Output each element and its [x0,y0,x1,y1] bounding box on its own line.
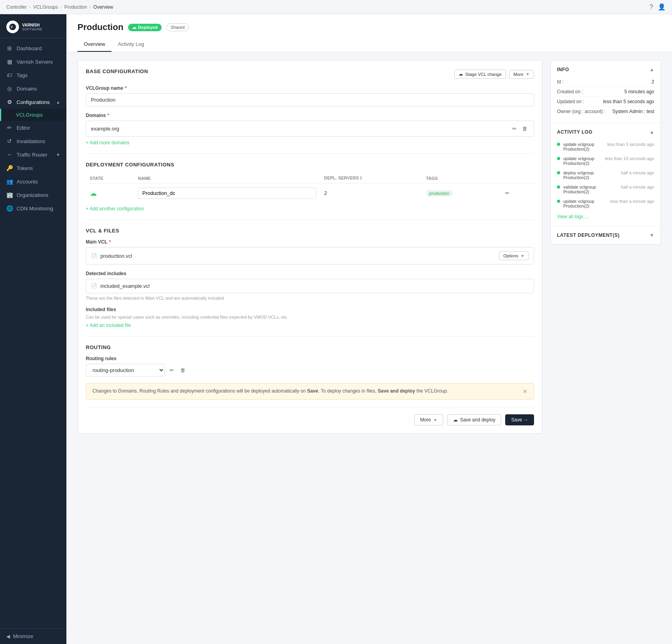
sidebar: V VARNISH SOFTWARE ⊞ Dashboard ▦ Varnish… [0,14,66,644]
sidebar-label-cdn-monitoring: CDN Monitoring [17,206,53,212]
sidebar-nav: ⊞ Dashboard ▦ Varnish Servers 🏷 Tags ◎ D… [0,38,66,628]
save-and-deploy-button[interactable]: ☁ Save and deploy [447,414,501,425]
alert-close-button[interactable]: ✕ [523,388,527,395]
sidebar-item-traffic-router[interactable]: ↔ Traffic Router ▼ [0,148,66,161]
domains-icon: ◎ [6,85,13,92]
sidebar-item-cdn-monitoring[interactable]: 🌐 CDN Monitoring [0,202,66,215]
add-included-file-link[interactable]: + Add an included file [86,323,131,328]
page-title: Production [77,22,123,32]
stage-vcl-button[interactable]: ☁ Stage VCL change [454,70,506,79]
stage-vcl-label: Stage VCL change [465,72,502,77]
depl-servers-info-icon[interactable]: ℹ [360,176,362,180]
invalidations-icon: ↺ [6,138,13,144]
deployment-config-title: DEPLOYMENT CONFIGURATIONS [86,162,534,168]
vcl-group-name-input[interactable] [86,93,534,106]
tags-icon: 🏷 [6,72,13,78]
activity-text-0: update vclgroup Production(2) [563,142,604,151]
breadcrumb-production[interactable]: Production [64,4,87,10]
sidebar-item-invalidations[interactable]: ↺ Invalidations [0,134,66,148]
domain-edit-button[interactable]: ✏ [511,124,518,133]
vcl-options-button[interactable]: Options ▼ [499,251,529,260]
sidebar-bottom: ◀ Minimize [0,628,66,644]
content-area: BASE CONFIGURATION ☁ Stage VCL change Mo… [66,52,672,442]
activity-time-4: less than a minute ago [610,199,654,204]
cloud-state-icon: ☁ [90,189,97,197]
dashboard-icon: ⊞ [6,45,13,51]
view-all-logs-link[interactable]: View all logs ... [557,214,654,219]
sidebar-label-dashboard: Dashboard [17,45,42,51]
depl-config-name [134,183,320,203]
sidebar-item-tokens[interactable]: 🔑 Tokens [0,161,66,175]
base-config-actions: ☁ Stage VCL change More ▼ [454,70,534,79]
sidebar-item-organizations[interactable]: 🏢 Organizations [0,188,66,202]
col-depl-servers: DEPL. SERVERS ℹ [320,173,422,183]
activity-item-3: validate vclgroup Production(2) half a m… [557,182,654,196]
footer-more-chevron-icon: ▼ [433,418,437,422]
routing-edit-button[interactable]: ✏ [168,366,176,375]
main-vcl-label: Main VCL * [86,239,534,245]
stage-vcl-icon: ☁ [459,72,463,77]
breadcrumb-controller[interactable]: Controller [6,4,27,10]
col-name: NAME [134,173,320,183]
configurations-icon: ⚙ [6,99,13,105]
included-help-text: Can be used for special cases such as ov… [86,315,534,319]
sidebar-item-dashboard[interactable]: ⊞ Dashboard [0,42,66,55]
user-icon[interactable]: 👤 [658,3,666,11]
main-content: Production ☁ Deployed Shared Overview Ac… [66,14,672,644]
activity-text-4: update vclgroup Production(2) [563,199,607,208]
sidebar-label-accounts: Accounts [17,179,38,185]
activity-dot-2 [557,171,560,174]
help-icon[interactable]: ? [649,4,653,11]
sidebar-label-varnish-servers: Varnish Servers [17,59,53,65]
col-actions [500,173,534,183]
routing-rules-select[interactable]: routing-production routing-staging routi… [86,364,165,377]
breadcrumb: Controller › VCLGroups › Production › Ov… [6,4,113,10]
activity-dot-0 [557,143,560,146]
sidebar-item-configurations[interactable]: ⚙ Configurations ▲ [0,95,66,109]
vcl-filename: production.vcl [100,253,132,259]
breadcrumb-sep-1: › [29,4,31,10]
footer-more-label: More [420,417,431,423]
depl-config-servers: 2 [320,183,422,203]
sidebar-item-domains[interactable]: ◎ Domains [0,82,66,95]
sidebar-label-editor: Editor [17,125,30,131]
activity-log-panel-chevron-icon: ▲ [649,129,654,135]
sidebar-item-tags[interactable]: 🏷 Tags [0,68,66,82]
add-config-link[interactable]: + Add another configuration [86,206,144,212]
depl-config-edit-button[interactable]: ✏ [504,189,511,198]
base-config-title: BASE CONFIGURATION [86,68,148,74]
sidebar-item-accounts[interactable]: 👥 Accounts [0,175,66,188]
activity-time-1: less than 10 seconds ago [605,156,654,161]
depl-config-name-input[interactable] [138,187,316,199]
breadcrumb-vclgroups[interactable]: VCLGroups [33,4,58,10]
latest-deployment-title: LATEST DEPLOYMENT(S) [557,232,619,238]
sidebar-item-editor[interactable]: ✏ Editor [0,121,66,134]
footer-more-button[interactable]: More ▼ [414,414,443,425]
main-layout: V VARNISH SOFTWARE ⊞ Dashboard ▦ Varnish… [0,14,672,644]
latest-deployment-header[interactable]: LATEST DEPLOYMENT(S) ▼ [557,232,654,238]
more-button[interactable]: More ▼ [509,70,534,79]
sidebar-item-vclgroups[interactable]: VCLGroups [0,109,66,121]
included-files-group: Included files Can be used for special c… [86,307,534,328]
vcl-file: 📄 production.vcl [91,253,132,259]
tab-overview[interactable]: Overview [77,37,111,52]
activity-log-panel-header[interactable]: ACTIVITY LOG ▲ [557,129,654,135]
minimize-button[interactable]: ◀ Minimize [6,633,60,639]
activity-text-1: update vclgroup Production(2) [563,156,602,166]
routing-delete-button[interactable]: 🗑 [179,366,187,375]
col-state: STATE [86,173,134,183]
tab-activity-log[interactable]: Activity Log [111,37,150,52]
depl-config-row: ☁ 2 production ✏ [86,183,534,203]
info-panel-header[interactable]: INFO ▲ [557,67,654,72]
add-domain-link[interactable]: + Add more domains [86,140,129,145]
save-label: Save → [511,417,528,423]
sidebar-item-varnish-servers[interactable]: ▦ Varnish Servers [0,55,66,68]
activity-time-0: less than 5 seconds ago [607,142,654,147]
save-button[interactable]: Save → [505,414,534,425]
domain-delete-button[interactable]: 🗑 [521,124,529,133]
sidebar-label-configurations: Configurations [17,99,50,105]
cloud-icon: ☁ [132,25,136,30]
tokens-icon: 🔑 [6,165,13,171]
activity-item-4: update vclgroup Production(2) less than … [557,196,654,211]
footer-actions: More ▼ ☁ Save and deploy Save → [86,408,534,425]
